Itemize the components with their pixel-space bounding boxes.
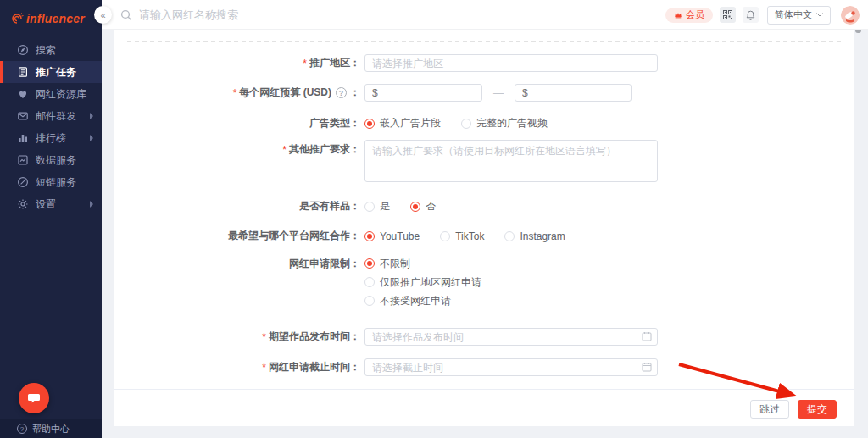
promotion-region-input[interactable]: [364, 54, 658, 72]
membership-badge[interactable]: 会员: [665, 8, 713, 23]
language-selector[interactable]: 简体中文: [767, 6, 831, 25]
publish-time-input[interactable]: [364, 328, 658, 346]
sidebar-item-label: 排行榜: [36, 131, 66, 146]
user-avatar[interactable]: [841, 6, 860, 25]
field-label: * 期望作品发布时间 ：: [114, 330, 360, 344]
sidebar-item-data-services[interactable]: 数据服务: [0, 149, 102, 171]
field-label: 网红申请限制 ：: [114, 254, 360, 271]
form-row-promotion-region: * 推广地区 ：: [114, 54, 658, 72]
radio-sample-yes[interactable]: 是: [364, 199, 390, 213]
form-row-has-sample: 是否有样品 ： 是 否: [114, 197, 456, 215]
radio-platform-tiktok[interactable]: TikTok: [440, 230, 484, 242]
footer-actions: 跳过 提交: [750, 400, 837, 419]
calendar-icon: [642, 362, 652, 372]
other-requirements-textarea[interactable]: [364, 140, 658, 182]
form-row-ad-type: 广告类型 ： 嵌入广告片段 完整的广告视频: [114, 114, 568, 132]
required-mark: *: [262, 331, 266, 343]
radio-icon: [364, 202, 375, 212]
app-window: influencer 搜索 推广任务 网红资源库: [0, 0, 868, 438]
link-icon: [17, 176, 29, 188]
radio-icon: [504, 231, 515, 241]
radio-limit-none[interactable]: 不限制: [364, 254, 410, 273]
radio-platform-youtube[interactable]: YouTube: [364, 230, 420, 242]
search-bar: [120, 0, 393, 30]
qr-code-button[interactable]: [720, 7, 736, 23]
chevron-right-icon: [90, 113, 93, 119]
main-content: * 推广地区 ： * 每个网红预算 (USD) ： —: [102, 30, 868, 438]
logo-text: influencer: [26, 12, 85, 25]
required-mark: *: [233, 87, 237, 99]
radio-icon: [364, 258, 375, 269]
field-label: 最希望与哪个平台网红合作 ：: [114, 229, 360, 243]
document-icon: [17, 66, 29, 78]
field-label: * 推广地区 ：: [114, 56, 360, 70]
form-row-budget: * 每个网红预算 (USD) ： —: [114, 84, 632, 102]
crown-icon: [674, 11, 682, 19]
budget-max-input[interactable]: [515, 84, 632, 102]
required-mark: *: [262, 362, 266, 374]
sidebar-collapse-button[interactable]: [94, 6, 112, 24]
chevron-right-icon: [90, 201, 93, 208]
field-label: * 每个网红预算 (USD) ：: [114, 86, 360, 100]
skip-button[interactable]: 跳过: [750, 400, 789, 419]
sidebar-item-rankings[interactable]: 排行榜: [0, 127, 102, 149]
help-center-link[interactable]: 帮助中心: [0, 419, 102, 438]
language-selector-label: 简体中文: [775, 8, 812, 21]
notifications-button[interactable]: [743, 7, 759, 23]
deadline-input[interactable]: [364, 358, 658, 376]
budget-min-input[interactable]: [364, 84, 482, 102]
question-circle-icon: [17, 424, 27, 434]
sidebar: influencer 搜索 推广任务 网红资源库: [0, 0, 102, 438]
radio-sample-no[interactable]: 否: [410, 199, 436, 213]
sidebar-item-short-link[interactable]: 短链服务: [0, 171, 102, 193]
compass-icon: [17, 44, 29, 56]
radio-icon: [440, 231, 450, 241]
sidebar-item-label: 网红资源库: [36, 87, 86, 102]
radio-platform-instagram[interactable]: Instagram: [504, 230, 565, 242]
sidebar-item-label: 设置: [36, 197, 56, 212]
form-row-deadline: * 网红申请截止时间 ：: [114, 358, 658, 376]
required-mark: *: [303, 58, 307, 69]
sidebar-item-email-blast[interactable]: 邮件群发: [0, 105, 102, 127]
radio-icon: [364, 231, 375, 241]
radio-limit-region-only[interactable]: 仅限推广地区网红申请: [364, 273, 481, 291]
field-label: * 网红申请截止时间 ：: [114, 360, 360, 374]
form-card: * 推广地区 ： * 每个网红预算 (USD) ： —: [114, 30, 854, 426]
bell-icon: [746, 10, 755, 20]
radio-ad-type-embed[interactable]: 嵌入广告片段: [364, 116, 441, 130]
field-label: 广告类型 ：: [114, 116, 360, 130]
sidebar-item-label: 搜索: [36, 43, 56, 58]
chevron-down-icon: [816, 13, 823, 17]
form-row-platform: 最希望与哪个平台网红合作 ： YouTube TikTok Instagram: [114, 227, 586, 245]
footer-divider: [114, 389, 854, 390]
sidebar-item-promotion-tasks[interactable]: 推广任务: [0, 61, 102, 83]
radio-limit-no-apply[interactable]: 不接受网红申请: [364, 291, 451, 310]
search-input[interactable]: [139, 8, 393, 21]
sidebar-item-influencer-library[interactable]: 网红资源库: [0, 83, 102, 105]
qr-code-icon: [723, 10, 732, 19]
radio-ad-type-full-video[interactable]: 完整的广告视频: [461, 116, 548, 130]
search-icon: [120, 9, 132, 21]
form-row-other-requirements: * 其他推广要求 ：: [114, 140, 658, 182]
submit-button[interactable]: 提交: [798, 400, 837, 419]
sidebar-item-label: 短链服务: [36, 175, 76, 190]
chat-button[interactable]: [19, 383, 49, 413]
gear-icon: [17, 198, 29, 210]
help-center-label: 帮助中心: [32, 423, 70, 435]
radio-icon: [364, 277, 375, 287]
bar-chart-icon: [17, 132, 29, 144]
sidebar-nav: 搜索 推广任务 网红资源库 邮件群发: [0, 39, 102, 215]
dashed-divider: [127, 41, 842, 42]
membership-badge-label: 会员: [686, 8, 704, 21]
topbar-actions: 会员 简体中文: [665, 0, 860, 30]
sidebar-item-search[interactable]: 搜索: [0, 39, 102, 61]
envelope-icon: [17, 110, 29, 122]
calendar-icon: [642, 331, 652, 341]
range-separator: —: [493, 87, 504, 99]
required-mark: *: [282, 144, 287, 156]
radio-icon: [364, 119, 375, 129]
sidebar-item-settings[interactable]: 设置: [0, 193, 102, 215]
help-circle-icon[interactable]: [336, 87, 347, 98]
chevron-right-icon: [90, 135, 93, 141]
chat-bubble-icon: [26, 391, 42, 406]
